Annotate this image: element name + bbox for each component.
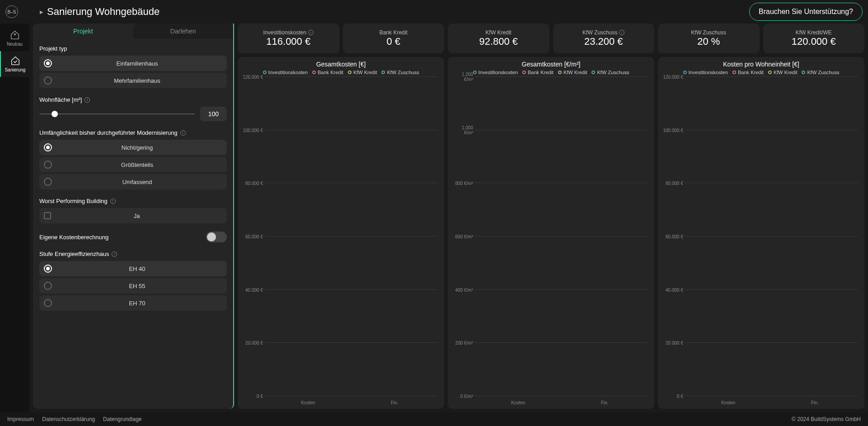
chart-card: Kosten pro Wohneinheit [€]Investitionsko… xyxy=(658,57,864,409)
chart-card: Gesamtkosten [€/m²]InvestitionskostenBan… xyxy=(448,57,654,409)
legend-item: KfW Kredit xyxy=(558,70,587,75)
label-wohnflaeche: Wohnfläche [m²] i xyxy=(39,96,227,103)
kpi-card: KfW Kredit/WE 120.000 € xyxy=(763,24,865,53)
chart-legend: InvestitionskostenBank KreditKfW KreditK… xyxy=(662,70,860,75)
footer-impressum[interactable]: Impressum xyxy=(7,416,34,422)
support-button[interactable]: Brauchen Sie Unterstützung? xyxy=(749,3,863,21)
y-axis-label: 0 € xyxy=(242,394,263,399)
y-axis-label: 40.000 € xyxy=(242,287,263,292)
kpi-label: Investitionskosten i xyxy=(263,29,314,36)
kpi-label: KfW Zuschuss xyxy=(691,29,726,36)
checkbox-icon xyxy=(44,212,51,219)
radio-eh40[interactable]: EH 40 xyxy=(39,261,227,276)
chart-body: 0 €/m²200 €/m²400 €/m²600 €/m²800 €/m²1.… xyxy=(452,77,650,405)
kpi-card: KfW Kredit 92.800 € xyxy=(448,24,549,53)
x-axis-label: Fin. xyxy=(562,400,648,405)
label-kosten: Eigene Kostenberechnung xyxy=(39,234,108,241)
kpi-value: 120.000 € xyxy=(792,36,836,47)
legend-item: Bank Kredit xyxy=(312,70,343,75)
radio-modern-groessten[interactable]: Größtenteils xyxy=(39,157,227,172)
radio-eh55[interactable]: EH 55 xyxy=(39,278,227,293)
kpi-value: 23.200 € xyxy=(584,36,623,47)
sidebar-item-sanierung[interactable]: Sanierung xyxy=(0,51,29,77)
chart-legend: InvestitionskostenBank KreditKfW KreditK… xyxy=(452,70,650,75)
y-axis-label: 400 €/m² xyxy=(452,287,473,292)
footer-datenschutz[interactable]: Datenschutzerklärung xyxy=(42,416,95,422)
footer: Impressum Datenschutzerklärung Datengrun… xyxy=(0,412,868,426)
y-axis-label: 0 €/m² xyxy=(452,394,473,399)
footer-datengrundlage[interactable]: Datengrundlage xyxy=(103,416,141,422)
y-axis-label: 200 €/m² xyxy=(452,341,473,346)
wohnflaeche-slider[interactable] xyxy=(39,114,195,114)
wohnflaeche-value[interactable]: 100 xyxy=(200,107,227,121)
x-axis-label: Kosten xyxy=(265,400,352,405)
label-stufe: Stufe Energieeffizienzhaus i xyxy=(39,251,227,257)
radio-icon xyxy=(44,299,52,307)
legend-dot-icon xyxy=(522,71,526,74)
kpi-value: 0 € xyxy=(386,36,400,47)
chart-card: Gesamtkosten [€]InvestitionskostenBank K… xyxy=(238,57,444,409)
legend-dot-icon xyxy=(558,71,562,74)
sidebar-item-label: Sanierung xyxy=(5,67,26,72)
label-wpb: Worst Performing Building i xyxy=(39,198,227,204)
y-axis-label: 1.000 €/m² xyxy=(452,125,473,135)
radio-icon xyxy=(44,143,52,151)
kpi-card: KfW Zuschuss 20 % xyxy=(658,24,760,53)
y-axis-label: 60.000 € xyxy=(662,234,683,239)
checkbox-wpb[interactable]: Ja xyxy=(39,208,227,223)
info-icon[interactable]: i xyxy=(84,97,90,103)
sidebar-item-neubau[interactable]: Neubau xyxy=(0,25,29,51)
breadcrumb-arrow-icon: ▶ xyxy=(40,9,43,14)
legend-item: Investitionskosten xyxy=(683,70,728,75)
tab-projekt[interactable]: Projekt xyxy=(33,24,133,39)
kpi-card: Bank Kredit 0 € xyxy=(343,24,445,53)
info-icon[interactable]: i xyxy=(180,130,186,136)
kpi-card: KfW Zuschuss i 23.200 € xyxy=(553,24,655,53)
y-axis-label: 20.000 € xyxy=(662,341,683,346)
radio-icon xyxy=(44,161,52,169)
chart-title: Gesamtkosten [€/m²] xyxy=(452,61,650,68)
legend-item: KfW Kredit xyxy=(768,70,798,75)
legend-dot-icon xyxy=(732,71,736,74)
legend-item: KfW Zuschuss xyxy=(591,70,629,75)
chart-title: Kosten pro Wohneinheit [€] xyxy=(662,61,860,68)
x-axis-label: Fin. xyxy=(772,400,859,405)
radio-icon xyxy=(44,178,52,186)
radio-einfamilienhaus[interactable]: Einfamilienhaus xyxy=(39,56,227,71)
radio-icon xyxy=(44,265,52,273)
legend-dot-icon xyxy=(802,71,805,74)
kpi-card: Investitionskosten i 116.000 € xyxy=(238,24,339,53)
x-axis-label: Kosten xyxy=(685,400,772,405)
radio-modern-nicht[interactable]: Nicht/gering xyxy=(39,140,227,155)
tab-darlehen[interactable]: Darlehen xyxy=(133,24,234,39)
radio-icon xyxy=(44,76,52,85)
toggle-handle xyxy=(207,232,216,241)
radio-icon xyxy=(44,59,52,67)
legend-dot-icon xyxy=(312,71,316,74)
info-icon[interactable]: i xyxy=(110,199,116,204)
charts-row: Gesamtkosten [€]InvestitionskostenBank K… xyxy=(238,57,864,409)
legend-dot-icon xyxy=(683,71,687,74)
y-axis-label: 80.000 € xyxy=(242,181,263,186)
info-icon[interactable]: i xyxy=(112,251,117,257)
info-icon[interactable]: i xyxy=(619,30,624,35)
kpi-row: Investitionskosten i 116.000 €Bank Kredi… xyxy=(238,24,864,53)
sidebar: Neubau Sanierung xyxy=(0,24,29,412)
chart-title: Gesamtkosten [€] xyxy=(242,61,440,68)
y-axis-label: 20.000 € xyxy=(242,341,263,346)
radio-eh70[interactable]: EH 70 xyxy=(39,295,227,311)
logo: B–S xyxy=(5,5,18,18)
legend-dot-icon xyxy=(591,71,595,74)
radio-mehrfamilienhaus[interactable]: Mehrfamilienhaus xyxy=(39,73,227,88)
form-panel: Projekt Darlehen Projekt typ Einfamilien… xyxy=(33,24,234,409)
radio-modern-umfassend[interactable]: Umfassend xyxy=(39,174,227,189)
legend-dot-icon xyxy=(263,71,267,74)
chart-legend: InvestitionskostenBank KreditKfW KreditK… xyxy=(242,70,440,75)
kpi-label: KfW Kredit xyxy=(486,29,511,36)
y-axis-label: 80.000 € xyxy=(662,181,683,186)
legend-dot-icon xyxy=(768,71,772,74)
y-axis-label: 40.000 € xyxy=(662,287,683,292)
info-icon[interactable]: i xyxy=(308,30,314,35)
slider-thumb[interactable] xyxy=(52,111,58,117)
toggle-eigene-kosten[interactable] xyxy=(206,232,227,242)
